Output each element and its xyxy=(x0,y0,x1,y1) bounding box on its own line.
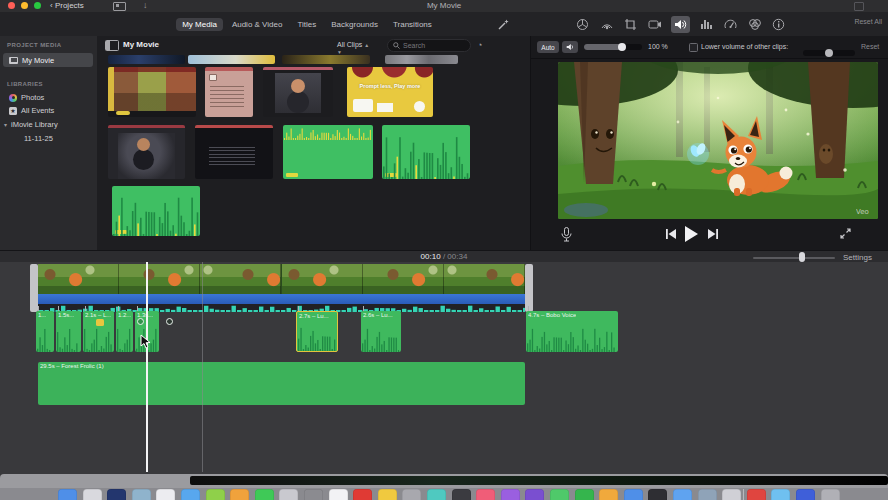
media-thumb-partial[interactable] xyxy=(108,55,185,64)
tab-audio-video[interactable]: Audio & Video xyxy=(226,18,289,31)
media-thumb-partial[interactable] xyxy=(385,55,458,64)
dock-app-icon[interactable] xyxy=(722,489,741,500)
noise-equalizer-icon[interactable] xyxy=(699,17,714,32)
stabilization-icon[interactable] xyxy=(647,17,662,32)
dock-app-icon[interactable] xyxy=(132,489,151,500)
dock-app-icon[interactable] xyxy=(796,489,815,500)
dock-app-icon[interactable] xyxy=(747,489,766,500)
media-thumb-promo[interactable]: Prompt less, Play more xyxy=(347,67,433,117)
dock-app-icon[interactable] xyxy=(550,489,569,500)
media-thumb-terminal[interactable] xyxy=(195,125,273,179)
dock-app-icon[interactable] xyxy=(771,489,790,500)
dock-app-icon[interactable] xyxy=(378,489,397,500)
mute-button[interactable] xyxy=(562,41,578,53)
media-thumb-partial[interactable] xyxy=(282,55,370,64)
dock-app-icon[interactable] xyxy=(698,489,717,500)
record-voiceover-icon[interactable] xyxy=(561,227,572,242)
music-clip[interactable]: 29.5s – Forest Frolic (1) xyxy=(38,362,525,405)
dock-app-icon[interactable] xyxy=(329,489,348,500)
video-audio-bar[interactable] xyxy=(38,294,525,304)
lower-volume-checkbox[interactable] xyxy=(689,43,698,52)
media-thumb-webcam-dark[interactable] xyxy=(108,125,185,179)
tab-backgrounds[interactable]: Backgrounds xyxy=(325,18,384,31)
dock-app-icon[interactable] xyxy=(525,489,544,500)
video-filmstrip[interactable] xyxy=(38,264,525,294)
dock-app-icon[interactable] xyxy=(206,489,225,500)
audio-clip[interactable]: 2.6s – Lu... xyxy=(361,311,401,352)
color-balance-icon[interactable] xyxy=(599,17,614,32)
sidebar-item-my-movie[interactable]: My Movie xyxy=(3,53,93,67)
clip-filter-icon[interactable]: ◔ xyxy=(477,40,482,50)
sidebar-item-imovie-library[interactable]: ▾ iMovie Library xyxy=(4,120,58,129)
sidebar-item-photos[interactable]: Photos xyxy=(9,93,44,102)
volume-slider[interactable] xyxy=(584,44,642,50)
video-preview[interactable]: Veo xyxy=(558,62,878,219)
enhance-wand-icon[interactable] xyxy=(496,17,511,32)
window-extra-icon[interactable] xyxy=(854,2,864,11)
media-thumb-audio-1[interactable] xyxy=(283,125,373,179)
dock-app-icon[interactable] xyxy=(427,489,446,500)
fullscreen-icon[interactable] xyxy=(839,227,852,240)
search-input[interactable] xyxy=(403,42,463,49)
effects-icon[interactable] xyxy=(747,17,762,32)
dock-app-icon[interactable] xyxy=(58,489,77,500)
dock-app-icon[interactable] xyxy=(501,489,520,500)
reset-all-button[interactable]: Reset All xyxy=(854,18,882,25)
dock-app-icon[interactable] xyxy=(648,489,667,500)
trim-handle-right[interactable] xyxy=(525,264,533,312)
lower-volume-knob[interactable] xyxy=(825,49,833,57)
media-thumb-audio-2[interactable] xyxy=(382,125,470,179)
fade-handle-icon[interactable] xyxy=(166,318,173,325)
audio-clip[interactable]: 4.7s – Bobo Voice xyxy=(526,311,618,352)
volume-tool-icon[interactable] xyxy=(671,16,690,33)
timeline-area[interactable]: 1...1.5s...2.1s – L...1.2...1.3s...2.7s … xyxy=(0,262,888,474)
fade-handle-icon[interactable] xyxy=(137,318,144,325)
tab-transitions[interactable]: Transitions xyxy=(387,18,438,31)
search-field[interactable] xyxy=(387,39,471,52)
dock-app-icon[interactable] xyxy=(230,489,249,500)
info-icon[interactable] xyxy=(771,17,786,32)
range-marker-icon[interactable] xyxy=(96,319,104,326)
dock-app-icon[interactable] xyxy=(353,489,372,500)
next-frame-icon[interactable] xyxy=(707,228,719,240)
dock-app-icon[interactable] xyxy=(624,489,643,500)
volume-slider-knob[interactable] xyxy=(618,43,626,51)
dock-app-icon[interactable] xyxy=(83,489,102,500)
media-thumb-webcam[interactable] xyxy=(263,67,333,117)
color-wheel-icon[interactable] xyxy=(575,17,590,32)
dock-app-icon[interactable] xyxy=(476,489,495,500)
audio-clip[interactable]: 1.5s... xyxy=(56,311,81,352)
media-thumb-audio-3[interactable] xyxy=(112,186,200,236)
dock-app-icon[interactable] xyxy=(156,489,175,500)
previous-frame-icon[interactable] xyxy=(665,228,677,240)
audio-clip-selected[interactable]: 2.7s – Lu... xyxy=(296,311,338,352)
dock-app-icon[interactable] xyxy=(821,489,840,500)
lower-volume-slider[interactable] xyxy=(803,50,855,56)
dock-app-icon[interactable] xyxy=(279,489,298,500)
audio-clip[interactable]: 1... xyxy=(36,311,54,352)
dock-app-icon[interactable] xyxy=(304,489,323,500)
audio-clip[interactable]: 1.2... xyxy=(116,311,133,352)
speed-icon[interactable] xyxy=(723,17,738,32)
timeline-settings-button[interactable]: Settings xyxy=(843,253,872,262)
crop-icon[interactable] xyxy=(623,17,638,32)
all-clips-filter[interactable]: All Clips ▲▼ xyxy=(337,41,369,55)
dock-app-icon[interactable] xyxy=(107,489,126,500)
audio-clip[interactable]: 2.1s – L... xyxy=(83,311,114,352)
reset-button[interactable]: Reset xyxy=(861,43,879,50)
media-thumb-notes[interactable] xyxy=(205,67,253,117)
tab-my-media[interactable]: My Media xyxy=(176,18,223,31)
auto-volume-button[interactable]: Auto xyxy=(537,41,559,53)
dock-app-icon[interactable] xyxy=(452,489,471,500)
tab-titles[interactable]: Titles xyxy=(291,18,322,31)
timeline-zoom-slider[interactable] xyxy=(753,257,835,259)
playhead[interactable] xyxy=(146,262,148,472)
trim-handle-left[interactable] xyxy=(30,264,38,312)
sidebar-item-library-date[interactable]: 11-11-25 xyxy=(24,134,53,143)
dock-app-icon[interactable] xyxy=(673,489,692,500)
dock-app-icon[interactable] xyxy=(255,489,274,500)
dock-app-icon[interactable] xyxy=(575,489,594,500)
dock-app-icon[interactable] xyxy=(599,489,618,500)
media-thumb-partial[interactable] xyxy=(188,55,275,64)
play-button[interactable] xyxy=(684,226,698,242)
